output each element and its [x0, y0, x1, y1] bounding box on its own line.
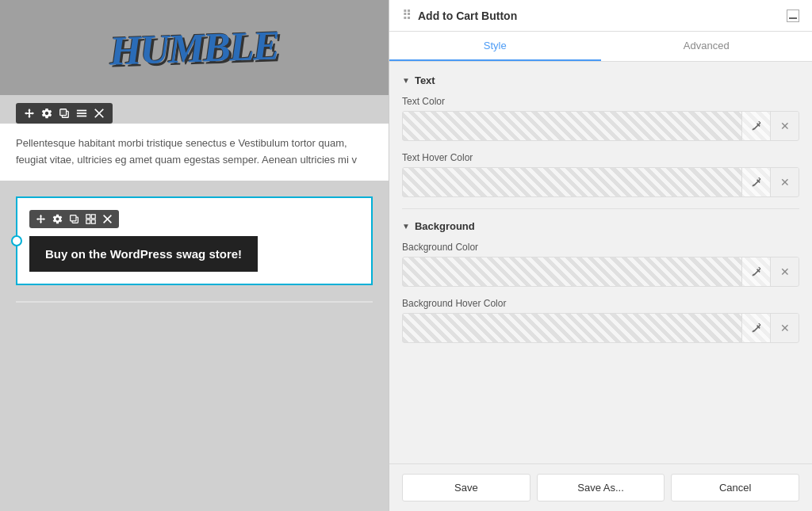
panel-body: ▼ Text Text Color ✕ Text Hover Color ✕: [389, 62, 812, 463]
tab-advanced[interactable]: Advanced: [601, 32, 813, 61]
background-section-header[interactable]: ▼ Background: [402, 220, 799, 232]
move-icon[interactable]: [24, 108, 35, 119]
text-color-field: Text Color ✕: [402, 96, 799, 141]
panel-header: ⠿ Add to Cart Button: [389, 0, 812, 32]
block-settings-icon[interactable]: [52, 214, 63, 224]
panel-title-text: Add to Cart Button: [418, 10, 517, 22]
text-color-label: Text Color: [402, 96, 799, 107]
block-grid-icon[interactable]: [86, 214, 96, 224]
background-hover-color-label: Background Hover Color: [402, 298, 799, 309]
svg-rect-3: [77, 112, 86, 114]
background-hover-color-clear[interactable]: ✕: [770, 314, 799, 342]
canvas-banner: HUMBLE: [0, 0, 389, 95]
eyedropper-icon: [751, 120, 762, 132]
canvas-content: Pellentesque habitant morbi tristique se…: [0, 124, 389, 181]
background-section-label: Background: [415, 220, 475, 232]
section-divider: [402, 208, 799, 209]
svg-rect-11: [86, 219, 90, 223]
canvas-area: HUMBLE Pellentesque habitant morbi trist…: [0, 0, 389, 511]
text-hover-color-input[interactable]: ✕: [402, 167, 799, 197]
block-copy-icon[interactable]: [69, 214, 79, 224]
canvas-divider: [16, 301, 373, 303]
block-move-icon[interactable]: [36, 214, 46, 224]
background-color-swatch[interactable]: [403, 257, 741, 286]
resize-handle[interactable]: [11, 235, 22, 246]
banner-text: HUMBLE: [109, 21, 279, 74]
settings-panel: ⠿ Add to Cart Button Style Advanced ▼ Te…: [389, 0, 812, 511]
block-toolbar[interactable]: [29, 210, 119, 228]
text-hover-color-clear[interactable]: ✕: [770, 168, 799, 196]
cart-button[interactable]: Buy on the WordPress swag store!: [29, 236, 258, 272]
background-color-input[interactable]: ✕: [402, 257, 799, 287]
menu-icon[interactable]: [76, 108, 87, 119]
panel-footer: Save Save As... Cancel: [389, 463, 812, 511]
svg-rect-12: [91, 219, 95, 223]
text-color-eyedropper[interactable]: [741, 112, 770, 140]
text-hover-color-field: Text Hover Color ✕: [402, 152, 799, 197]
background-hover-color-swatch[interactable]: [403, 314, 741, 342]
background-hover-color-field: Background Hover Color ✕: [402, 298, 799, 343]
canvas-body-text: Pellentesque habitant morbi tristique se…: [16, 135, 373, 169]
text-hover-color-label: Text Hover Color: [402, 152, 799, 163]
save-as-button[interactable]: Save As...: [537, 474, 665, 501]
copy-icon[interactable]: [59, 108, 70, 119]
eyedropper-icon-3: [751, 266, 762, 277]
panel-title-container: ⠿ Add to Cart Button: [402, 8, 517, 23]
background-section-chevron: ▼: [402, 222, 410, 231]
svg-rect-8: [71, 215, 76, 220]
eyedropper-icon-2: [751, 177, 762, 188]
button-block: Buy on the WordPress swag store!: [16, 196, 373, 285]
background-eyedropper[interactable]: [741, 257, 770, 286]
background-color-label: Background Color: [402, 242, 799, 253]
svg-rect-2: [77, 110, 86, 112]
svg-rect-10: [91, 214, 95, 218]
text-section-chevron: ▼: [402, 76, 410, 85]
svg-rect-1: [60, 109, 67, 116]
text-color-input[interactable]: ✕: [402, 111, 799, 141]
text-section-header[interactable]: ▼ Text: [402, 74, 799, 86]
tab-style[interactable]: Style: [389, 32, 601, 61]
background-color-field: Background Color ✕: [402, 242, 799, 287]
text-hover-color-swatch[interactable]: [403, 168, 741, 196]
svg-rect-9: [86, 214, 90, 218]
drag-handle[interactable]: ⠿: [402, 8, 412, 23]
cancel-button[interactable]: Cancel: [671, 474, 799, 501]
settings-icon[interactable]: [41, 108, 52, 119]
text-section-label: Text: [415, 74, 435, 86]
block-close-icon[interactable]: [102, 214, 113, 224]
panel-tabs: Style Advanced: [389, 32, 812, 62]
minimize-button[interactable]: [787, 10, 799, 22]
text-color-clear[interactable]: ✕: [770, 112, 799, 140]
background-color-clear[interactable]: ✕: [770, 257, 799, 286]
svg-rect-4: [77, 116, 86, 117]
background-hover-eyedropper[interactable]: [741, 314, 770, 342]
close-icon[interactable]: [94, 108, 105, 119]
save-button[interactable]: Save: [402, 474, 530, 501]
eyedropper-icon-4: [751, 322, 762, 334]
canvas-toolbar[interactable]: [16, 103, 113, 124]
text-color-swatch[interactable]: [403, 112, 741, 140]
background-hover-color-input[interactable]: ✕: [402, 313, 799, 343]
text-hover-eyedropper[interactable]: [741, 168, 770, 196]
